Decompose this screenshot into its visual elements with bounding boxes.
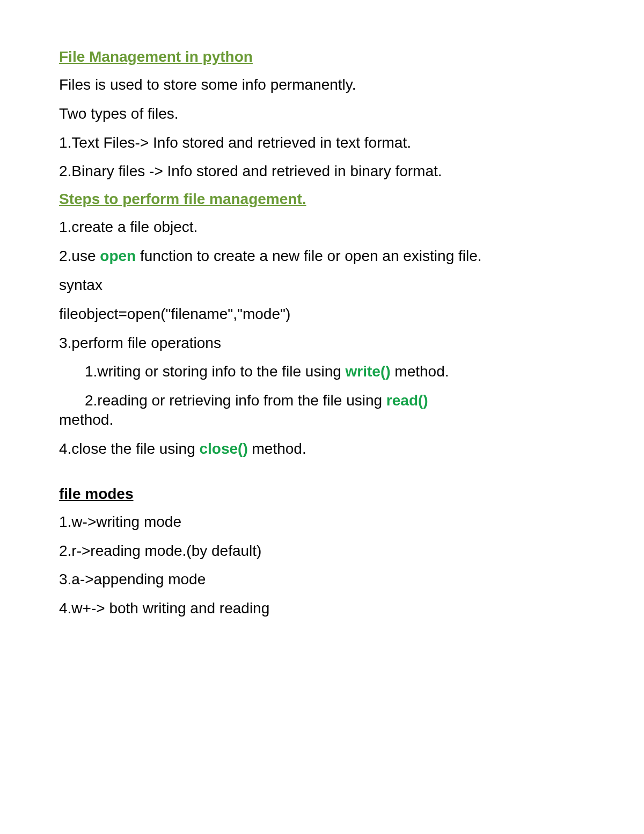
step-3-sub-2-pre: 2.reading or retrieving info from the fi… — [85, 392, 386, 409]
step-2-pre: 2.use — [59, 248, 100, 264]
step-3-sub-1: 1.writing or storing info to the file us… — [59, 362, 585, 381]
keyword-write: write() — [346, 363, 391, 380]
text-intro: Files is used to store some info permane… — [59, 75, 585, 95]
text-types: Two types of files. — [59, 104, 585, 124]
keyword-open: open — [100, 248, 136, 264]
mode-w: 1.w->writing mode — [59, 512, 585, 532]
text-type-2: 2.Binary files -> Info stored and retrie… — [59, 162, 585, 181]
step-4-post: method. — [248, 440, 306, 457]
mode-a: 3.a->appending mode — [59, 570, 585, 589]
mode-r: 2.r->reading mode.(by default) — [59, 541, 585, 561]
mode-wplus: 4.w+-> both writing and reading — [59, 599, 585, 618]
step-3: 3.perform file operations — [59, 333, 585, 353]
step-3-sub-2-post: method. — [59, 411, 113, 428]
step-3-sub-1-post: method. — [391, 363, 449, 380]
keyword-close: close() — [200, 440, 248, 457]
step-4-pre: 4.close the file using — [59, 440, 200, 457]
step-3-sub-1-pre: 1.writing or storing info to the file us… — [85, 363, 346, 380]
step-1: 1.create a file object. — [59, 217, 585, 237]
heading-file-management: File Management in python — [59, 48, 585, 66]
heading-steps: Steps to perform file management. — [59, 191, 585, 208]
heading-file-modes: file modes — [59, 485, 585, 503]
label-syntax: syntax — [59, 275, 585, 295]
step-3-sub-2: 2.reading or retrieving info from the fi… — [59, 391, 585, 430]
step-2: 2.use open function to create a new file… — [59, 246, 585, 266]
step-4: 4.close the file using close() method. — [59, 439, 585, 459]
step-2-post: function to create a new file or open an… — [136, 248, 481, 264]
keyword-read: read() — [386, 392, 428, 409]
code-open: fileobject=open("filename","mode") — [59, 304, 585, 324]
text-type-1: 1.Text Files-> Info stored and retrieved… — [59, 133, 585, 153]
